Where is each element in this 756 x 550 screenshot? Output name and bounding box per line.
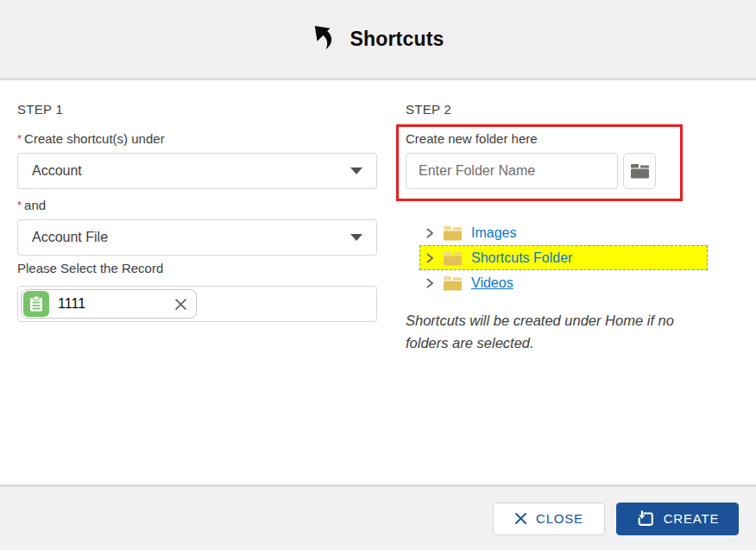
object-select-value: Account [32, 163, 82, 179]
folder-name-input[interactable] [406, 153, 618, 189]
dialog-title: Shortcuts [350, 28, 444, 51]
tree-item-label[interactable]: Shortcuts Folder [471, 250, 572, 266]
chevron-down-icon [350, 234, 362, 241]
tree-item-shortcuts-folder[interactable]: Shortcuts Folder [419, 245, 708, 270]
create-folder-button[interactable] [623, 153, 656, 189]
chevron-right-icon[interactable] [425, 278, 434, 288]
record-icon [23, 291, 49, 317]
dialog-header: Shortcuts [0, 0, 756, 80]
file-select[interactable]: Account File [17, 219, 377, 256]
chevron-right-icon[interactable] [425, 228, 434, 238]
step1-section: STEP 1 *Create shortcut(s) under Account… [17, 102, 377, 322]
close-button[interactable]: CLOSE [493, 503, 605, 535]
create-shortcut-icon [636, 509, 655, 528]
shortcuts-dialog: Shortcuts STEP 1 *Create shortcut(s) und… [0, 0, 756, 550]
step2-heading: STEP 2 [406, 102, 716, 117]
folder-icon [630, 163, 650, 179]
dialog-footer: CLOSE CREATE [0, 484, 756, 550]
step1-heading: STEP 1 [17, 102, 377, 117]
close-x-icon [514, 512, 527, 525]
chevron-right-icon[interactable] [425, 253, 434, 263]
create-button[interactable]: CREATE [616, 503, 739, 535]
record-lookup-field[interactable]: 1111 [17, 286, 377, 322]
folder-icon [443, 250, 463, 266]
help-note: Shortcuts will be created under Home if … [406, 309, 706, 354]
create-button-label: CREATE [664, 511, 720, 526]
folder-icon [443, 275, 463, 291]
tree-item-label[interactable]: Images [471, 225, 516, 241]
file-select-value: Account File [32, 230, 108, 245]
tree-item-videos[interactable]: Videos [419, 270, 708, 295]
record-label: Please Select the Record [17, 261, 377, 276]
required-asterisk: * [17, 199, 22, 212]
file-select-label: *and [17, 198, 377, 213]
close-button-label: CLOSE [536, 511, 583, 526]
new-folder-label: Create new folder here [406, 131, 716, 147]
object-select-label: *Create shortcut(s) under [17, 131, 377, 147]
chevron-down-icon [350, 168, 362, 174]
tree-item-images[interactable]: Images [419, 220, 708, 245]
folder-tree: Images Shortcuts Folder [406, 220, 716, 295]
shortcut-arrow-icon [312, 23, 337, 54]
record-pill[interactable]: 1111 [21, 289, 197, 319]
required-asterisk: * [17, 132, 22, 145]
step2-section: STEP 2 Create new folder here [406, 102, 716, 354]
folder-icon [443, 225, 463, 241]
record-pill-value: 1111 [58, 296, 85, 312]
tree-item-label[interactable]: Videos [471, 275, 513, 291]
object-select[interactable]: Account [17, 153, 377, 189]
remove-record-icon[interactable] [174, 298, 187, 311]
